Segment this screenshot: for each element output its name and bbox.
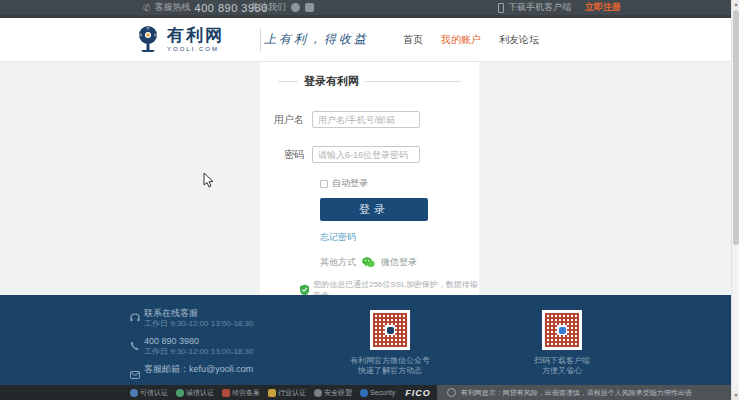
header-divider — [260, 28, 261, 52]
cert-icon — [130, 389, 138, 397]
mail-icon — [130, 364, 144, 383]
cert-badge[interactable]: 安全联盟 — [314, 388, 352, 398]
qr-caption: 扫码下载客户端 — [502, 356, 622, 366]
mouse-cursor — [203, 172, 215, 189]
wechat-login-icon[interactable] — [362, 257, 375, 268]
password-label: 密码 — [260, 148, 312, 162]
risk-notice: 有利网提示：网贷有风险，出借需谨慎，请根据个人风险承受能力理性出借 — [437, 385, 731, 400]
logo[interactable]: 有利网 YOOLI.COM — [135, 25, 224, 53]
other-methods-label: 其他方式 — [320, 256, 356, 269]
info-icon — [447, 388, 456, 397]
qr-caption: 有利网官方微信公众号 — [330, 356, 450, 366]
contact-line1: 客服邮箱：kefu@yooli.com — [144, 364, 253, 375]
cert-icon — [314, 389, 322, 397]
cert-badge[interactable]: 可信认证 — [130, 388, 168, 398]
auto-login-row: 自动登录 — [320, 177, 479, 190]
auto-login-checkbox[interactable] — [320, 180, 328, 188]
hotline-label: 客服热线 — [155, 1, 191, 14]
username-input[interactable] — [312, 111, 420, 128]
cert-icon — [360, 389, 368, 397]
top-utility-bar: ✆ 客服热线 400 890 3980 关注我们 下载手机客户端 立即注册 — [0, 0, 739, 18]
title-line-left — [278, 81, 298, 82]
contact-phone: 400 890 3980 工作日 9:30-12:00 13:00-18:30 — [130, 336, 253, 357]
site-header: 有利网 YOOLI.COM 上有利，得收益 首页 我的账户 利友论坛 — [0, 18, 739, 62]
login-title-row: 登录有利网 — [260, 74, 479, 89]
nav-my-account[interactable]: 我的账户 — [441, 33, 481, 47]
download-app-link[interactable]: 下载手机客户端 — [498, 1, 571, 14]
other-login-row: 其他方式 微信登录 — [320, 256, 479, 269]
contact-email[interactable]: 客服邮箱：kefu@yooli.com — [130, 364, 253, 383]
phone-icon — [130, 336, 144, 357]
qr-center-logo-yooli — [387, 327, 394, 334]
qr-center-logo-app — [559, 327, 566, 334]
slogan: 上有利，得收益 — [264, 31, 369, 48]
topbar-right-group: 下载手机客户端 立即注册 — [498, 0, 621, 15]
contact-line1: 联系在线客服 — [144, 308, 253, 319]
certification-bar: 可信认证 诚信认证 经营备案 行业认证 安全联盟 Security FICO 有… — [0, 385, 739, 400]
app-qr-code — [542, 310, 582, 350]
contact-online-service[interactable]: 联系在线客服 工作日 9:30-12:00 13:00-18:30 — [130, 308, 253, 329]
main-area: 登录有利网 用户名 密码 自动登录 登录 忘记密码 其他方式 — [0, 62, 739, 295]
scroll-up-arrow[interactable]: ▲ — [732, 0, 739, 9]
scrollbar-thumb[interactable] — [733, 10, 739, 245]
yooli-tree-icon — [135, 25, 161, 53]
phone-icon: ✆ — [143, 3, 151, 13]
auto-login-label: 自动登录 — [332, 177, 368, 190]
risk-notice-text: 有利网提示：网贷有风险，出借需谨慎，请根据个人风险承受能力理性出借 — [461, 388, 692, 398]
cert-icon — [268, 389, 276, 397]
login-title: 登录有利网 — [298, 74, 365, 89]
username-label: 用户名 — [260, 113, 312, 127]
fico-logo: FICO — [405, 388, 431, 398]
login-card: 登录有利网 用户名 密码 自动登录 登录 忘记密码 其他方式 — [260, 62, 479, 295]
mobile-icon — [498, 3, 504, 13]
contact-line2: 工作日 9:30-12:00 13:00-18:30 — [144, 319, 253, 329]
site-footer: 联系在线客服 工作日 9:30-12:00 13:00-18:30 400 89… — [0, 295, 739, 385]
brand-domain: YOOLI.COM — [167, 46, 224, 52]
password-row: 密码 — [260, 146, 479, 163]
weibo-icon[interactable] — [291, 3, 300, 12]
username-row: 用户名 — [260, 111, 479, 128]
wechat-qr-block: 有利网官方微信公众号 快速了解官方动态 — [330, 310, 450, 376]
register-link[interactable]: 立即注册 — [585, 1, 621, 14]
main-nav: 首页 我的账户 利友论坛 — [403, 18, 539, 62]
contact-line2: 工作日 9:30-12:00 13:00-18:30 — [144, 347, 253, 357]
title-line-right — [365, 81, 461, 82]
wechat-icon[interactable] — [305, 3, 314, 12]
brand-name: 有利网 — [167, 27, 224, 44]
contact-line1: 400 890 3980 — [144, 336, 253, 347]
cert-icon — [176, 389, 184, 397]
nav-forum[interactable]: 利友论坛 — [499, 33, 539, 47]
cert-icon — [222, 389, 230, 397]
headset-icon — [130, 308, 144, 329]
forgot-password-link[interactable]: 忘记密码 — [320, 231, 356, 244]
cert-badge[interactable]: Security — [360, 389, 395, 397]
wechat-login-label[interactable]: 微信登录 — [381, 256, 417, 269]
cert-badge[interactable]: 诚信认证 — [176, 388, 214, 398]
wechat-qr-code — [370, 310, 410, 350]
follow-label: 关注我们 — [250, 1, 286, 14]
vertical-scrollbar[interactable]: ▲ ▼ — [731, 0, 739, 400]
login-button[interactable]: 登录 — [320, 198, 428, 221]
qr-caption: 快速了解官方动态 — [330, 366, 450, 376]
nav-home[interactable]: 首页 — [403, 33, 423, 47]
cert-badge[interactable]: 经营备案 — [222, 388, 260, 398]
password-input[interactable] — [312, 146, 420, 163]
scroll-down-arrow[interactable]: ▼ — [732, 391, 739, 400]
app-qr-block: 扫码下载客户端 方便又省心 — [502, 310, 622, 376]
login-page: ✆ 客服热线 400 890 3980 关注我们 下载手机客户端 立即注册 — [0, 0, 739, 400]
qr-caption: 方便又省心 — [502, 366, 622, 376]
cert-badge[interactable]: 行业认证 — [268, 388, 306, 398]
follow-group: 关注我们 — [250, 0, 314, 15]
